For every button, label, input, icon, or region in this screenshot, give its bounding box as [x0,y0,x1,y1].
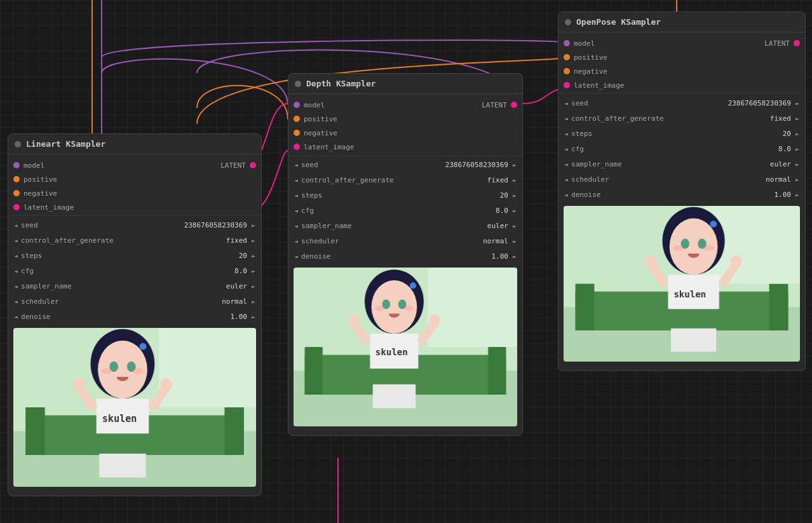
depth-negative-label: negative [304,129,517,137]
depth-cag-arrow-right[interactable]: ► [511,177,518,184]
depth-scheduler-arrow-right[interactable]: ► [511,238,518,245]
depth-denoise-arrow-right[interactable]: ► [511,253,518,260]
openpose-steps-arrow-right[interactable]: ► [794,130,801,137]
openpose-seed-arrow-left[interactable]: ◄ [562,100,570,107]
lineart-cfg-row[interactable]: ◄ cfg 8.0 ► [8,263,261,278]
depth-header: Depth KSampler [288,74,522,94]
openpose-cfg-row[interactable]: ◄ cfg 8.0 ► [558,141,805,156]
lineart-cfg-arrow-left[interactable]: ◄ [12,268,20,275]
openpose-cag-arrow-left[interactable]: ◄ [562,115,570,122]
openpose-sampler-label: sampler_name [570,160,770,168]
lineart-steps-value: 20 [239,252,250,260]
lineart-latent-label: LATENT [220,161,246,170]
lineart-denoise-row[interactable]: ◄ denoise 1.00 ► [8,309,261,324]
depth-sampler-arrow-left[interactable]: ◄ [292,222,300,229]
openpose-cfg-arrow-right[interactable]: ► [794,146,801,153]
depth-negative-dot [294,130,300,136]
openpose-negative-dot [564,68,570,74]
openpose-cfg-arrow-left[interactable]: ◄ [562,146,570,153]
lineart-ksampler-node: Lineart KSampler model LATENT positive n… [8,133,262,496]
depth-model-label: model [304,101,507,109]
openpose-denoise-row[interactable]: ◄ denoise 1.00 ► [558,187,805,202]
lineart-steps-arrow-right[interactable]: ► [250,252,257,259]
depth-seed-row[interactable]: ◄ seed 238676058230369 ► [288,157,522,172]
lineart-seed-arrow-left[interactable]: ◄ [12,222,20,229]
openpose-positive-label: positive [574,53,800,62]
lineart-cag-row[interactable]: ◄ control_after_generate fixed ► [8,233,261,248]
openpose-positive-port: positive [558,50,805,64]
lineart-seed-value: 238676058230369 [184,221,250,229]
lineart-sampler-row[interactable]: ◄ sampler_name euler ► [8,278,261,294]
openpose-steps-arrow-left[interactable]: ◄ [562,130,570,137]
lineart-sampler-arrow-right[interactable]: ► [250,283,257,290]
lineart-latent-image-port: latent_image [8,200,261,214]
depth-ksampler-node: Depth KSampler model LATENT positive neg… [288,73,523,436]
openpose-seed-arrow-right[interactable]: ► [794,100,801,107]
lineart-positive-label: positive [24,175,256,184]
lineart-cag-arrow-left[interactable]: ◄ [12,237,20,244]
openpose-scheduler-arrow-left[interactable]: ◄ [562,176,570,183]
depth-latent-dot [511,102,517,108]
depth-scheduler-row[interactable]: ◄ scheduler normal ► [288,233,522,248]
lineart-latent-image-label: latent_image [24,203,256,212]
depth-cag-arrow-left[interactable]: ◄ [292,177,300,184]
openpose-cag-arrow-right[interactable]: ► [794,115,801,122]
lineart-steps-arrow-left[interactable]: ◄ [12,252,20,259]
openpose-denoise-value: 1.00 [774,191,794,199]
openpose-steps-row[interactable]: ◄ steps 20 ► [558,126,805,141]
openpose-latent-image-dot [564,82,570,88]
depth-cfg-arrow-right[interactable]: ► [511,207,518,214]
lineart-cfg-arrow-right[interactable]: ► [250,268,257,275]
depth-denoise-arrow-left[interactable]: ◄ [292,253,300,260]
lineart-denoise-arrow-right[interactable]: ► [250,313,257,320]
openpose-divider1 [558,93,805,94]
openpose-anime-canvas [564,206,800,362]
lineart-seed-row[interactable]: ◄ seed 238676058230369 ► [8,217,261,233]
openpose-latent-image-label: latent_image [574,81,800,90]
openpose-cag-value: fixed [770,114,794,123]
depth-denoise-label: denoise [300,252,491,261]
depth-image-preview [294,268,517,426]
depth-latent-image-port: latent_image [288,140,522,154]
depth-positive-dot [294,116,300,122]
depth-sampler-row[interactable]: ◄ sampler_name euler ► [288,218,522,233]
openpose-denoise-label: denoise [570,191,774,199]
depth-seed-arrow-right[interactable]: ► [511,161,518,168]
lineart-sampler-arrow-left[interactable]: ◄ [12,283,20,290]
lineart-sampler-label: sampler_name [20,282,226,290]
lineart-cag-arrow-right[interactable]: ► [250,237,257,244]
lineart-steps-row[interactable]: ◄ steps 20 ► [8,248,261,263]
lineart-denoise-arrow-left[interactable]: ◄ [12,313,20,320]
lineart-scheduler-arrow-right[interactable]: ► [250,298,257,305]
depth-denoise-row[interactable]: ◄ denoise 1.00 ► [288,248,522,264]
depth-steps-row[interactable]: ◄ steps 20 ► [288,187,522,203]
lineart-scheduler-row[interactable]: ◄ scheduler normal ► [8,294,261,309]
lineart-scheduler-label: scheduler [20,297,222,306]
depth-seed-label: seed [300,161,445,169]
openpose-ksampler-node: OpenPose KSampler model LATENT positive … [558,11,806,371]
depth-sampler-arrow-right[interactable]: ► [511,222,518,229]
depth-cfg-arrow-left[interactable]: ◄ [292,207,300,214]
openpose-cag-row[interactable]: ◄ control_after_generate fixed ► [558,111,805,126]
openpose-model-port: model LATENT [558,36,805,50]
openpose-scheduler-row[interactable]: ◄ scheduler normal ► [558,172,805,187]
depth-steps-arrow-left[interactable]: ◄ [292,192,300,199]
depth-steps-arrow-right[interactable]: ► [511,192,518,199]
depth-cag-row[interactable]: ◄ control_after_generate fixed ► [288,172,522,187]
openpose-scheduler-arrow-right[interactable]: ► [794,176,801,183]
openpose-sampler-row[interactable]: ◄ sampler_name euler ► [558,156,805,172]
depth-scheduler-arrow-left[interactable]: ◄ [292,238,300,245]
lineart-negative-port: negative [8,186,261,200]
openpose-sampler-arrow-right[interactable]: ► [794,161,801,168]
lineart-scheduler-arrow-left[interactable]: ◄ [12,298,20,305]
openpose-denoise-arrow-right[interactable]: ► [794,191,801,198]
depth-cfg-row[interactable]: ◄ cfg 8.0 ► [288,203,522,218]
depth-sampler-value: euler [487,222,511,230]
lineart-negative-label: negative [24,189,256,198]
lineart-seed-arrow-right[interactable]: ► [250,222,257,229]
openpose-denoise-arrow-left[interactable]: ◄ [562,191,570,198]
lineart-model-port: model LATENT [8,158,261,172]
openpose-sampler-arrow-left[interactable]: ◄ [562,161,570,168]
depth-seed-arrow-left[interactable]: ◄ [292,161,300,168]
openpose-seed-row[interactable]: ◄ seed 238676058230369 ► [558,95,805,111]
